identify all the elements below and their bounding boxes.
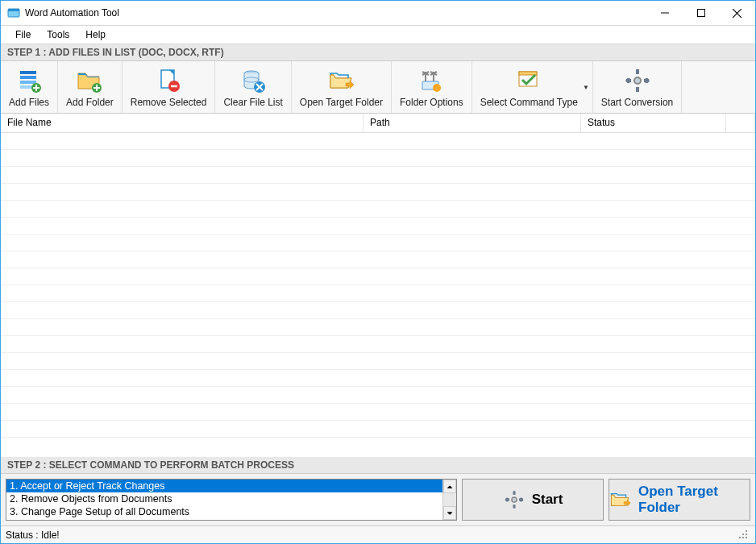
table-row [1, 302, 755, 319]
menu-help[interactable]: Help [77, 27, 114, 43]
select-command-type-button[interactable]: Select Command Type ▼ [472, 61, 593, 113]
titlebar: Word Automation Tool [1, 1, 755, 25]
toolbar-label: Add Files [9, 97, 49, 108]
table-row [1, 438, 755, 457]
table-row [1, 404, 755, 421]
table-row [1, 336, 755, 353]
toolbar: Add Files Add Folder [1, 61, 755, 114]
svg-rect-3 [697, 10, 704, 17]
command-item[interactable]: 2. Remove Objects from Documents [6, 492, 442, 505]
table-row [1, 235, 755, 251]
scroll-down-button[interactable]: ⏷ [443, 506, 456, 520]
table-row [1, 218, 755, 235]
scroll-up-button[interactable]: ⏶ [443, 480, 456, 493]
column-filename[interactable]: File Name [1, 114, 363, 132]
toolbar-label: Start Conversion [601, 97, 673, 108]
resize-grip-icon[interactable] [737, 529, 750, 542]
svg-rect-47 [513, 491, 515, 495]
statusbar: Status : Idle! [1, 525, 755, 543]
toolbar-label: Open Target Folder [300, 97, 383, 108]
start-button[interactable]: Start [462, 479, 604, 521]
table-row [1, 150, 755, 167]
close-button[interactable] [719, 1, 755, 25]
open-folder-icon [609, 488, 632, 511]
svg-rect-60 [739, 537, 741, 538]
svg-rect-8 [20, 81, 36, 84]
app-window: Word Automation Tool File Tools Help STE… [0, 0, 756, 544]
file-table: File Name Path Status [1, 114, 755, 457]
table-row [1, 167, 755, 184]
add-folder-icon [75, 66, 104, 95]
command-item[interactable]: 1. Accept or Reject Track Changes [6, 480, 442, 492]
svg-rect-62 [746, 537, 747, 538]
add-files-button[interactable]: Add Files [1, 61, 58, 113]
column-path[interactable]: Path [363, 114, 581, 132]
add-files-icon [15, 66, 44, 95]
command-item[interactable]: 3. Change Page Setup of all Documents [6, 505, 442, 518]
minimize-button[interactable] [646, 1, 683, 25]
table-row [1, 353, 755, 370]
table-header: File Name Path Status [1, 114, 755, 133]
open-target-folder-big-button[interactable]: Open Target Folder [609, 479, 750, 521]
table-row [1, 285, 755, 302]
scroll-track[interactable] [443, 493, 456, 506]
column-extra [726, 114, 755, 132]
table-row [1, 251, 755, 268]
column-status[interactable]: Status [581, 114, 726, 132]
command-list[interactable]: 1. Accept or Reject Track Changes 2. Rem… [6, 479, 457, 521]
svg-rect-44 [643, 77, 649, 83]
toolbar-label: Remove Selected [131, 97, 207, 108]
table-row [1, 387, 755, 404]
table-row [1, 201, 755, 218]
gear-icon [503, 488, 525, 511]
folder-options-button[interactable]: Folder Options [392, 61, 472, 113]
svg-point-33 [433, 84, 441, 92]
svg-rect-59 [746, 534, 747, 535]
menu-tools[interactable]: Tools [39, 27, 77, 43]
remove-selected-icon [154, 66, 183, 95]
toolbar-label: Folder Options [400, 97, 463, 108]
scrollbar[interactable]: ⏶ ⏷ [442, 480, 456, 520]
select-command-icon [514, 66, 543, 95]
toolbar-label: Select Command Type [480, 97, 578, 108]
table-row [1, 268, 755, 285]
table-row [1, 319, 755, 336]
window-title: Word Automation Tool [25, 7, 646, 19]
svg-rect-61 [742, 537, 744, 538]
app-icon [7, 6, 20, 19]
step2-body: 1. Accept or Reject Track Changes 2. Rem… [1, 474, 755, 525]
folder-options-icon [417, 66, 446, 95]
svg-rect-6 [20, 71, 36, 74]
svg-rect-48 [513, 505, 515, 509]
chevron-down-icon: ▼ [583, 84, 589, 91]
svg-rect-58 [742, 534, 744, 535]
status-text: Status : Idle! [6, 529, 60, 541]
table-body[interactable] [1, 133, 755, 457]
maximize-button[interactable] [683, 1, 719, 25]
menubar: File Tools Help [1, 25, 755, 44]
clear-list-icon [239, 66, 268, 95]
clear-file-list-button[interactable]: Clear File List [215, 61, 291, 113]
svg-rect-37 [636, 69, 639, 74]
start-button-label: Start [532, 492, 563, 508]
svg-rect-38 [636, 87, 639, 92]
svg-point-45 [635, 78, 640, 83]
table-row [1, 184, 755, 201]
svg-rect-54 [519, 497, 523, 501]
table-row [1, 421, 755, 438]
menu-file[interactable]: File [7, 27, 39, 43]
window-controls [646, 1, 755, 25]
step2-header: STEP 2 : SELECT COMMAND TO PERFORM BATCH… [1, 457, 755, 474]
svg-rect-57 [746, 530, 747, 532]
open-target-folder-icon [326, 66, 355, 95]
svg-point-55 [512, 498, 516, 502]
start-conversion-button[interactable]: Start Conversion [593, 61, 682, 113]
open-target-folder-button[interactable]: Open Target Folder [292, 61, 392, 113]
step1-header: STEP 1 : ADD FILES IN LIST (DOC, DOCX, R… [1, 44, 755, 61]
toolbar-label: Add Folder [66, 97, 114, 108]
add-folder-button[interactable]: Add Folder [58, 61, 123, 113]
svg-rect-1 [8, 9, 19, 11]
remove-selected-button[interactable]: Remove Selected [123, 61, 216, 113]
table-row [1, 370, 755, 387]
open-target-button-label: Open Target Folder [638, 484, 750, 516]
